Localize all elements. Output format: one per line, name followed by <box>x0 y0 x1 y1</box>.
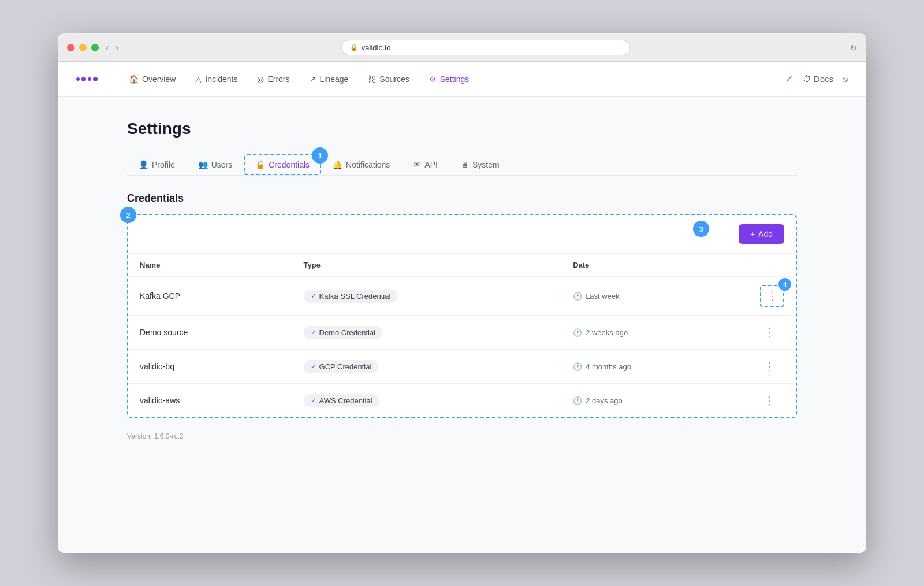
table-row: Demo source ✓ Demo Credential 🕐 <box>128 316 796 350</box>
row-3-action: ⋮ <box>748 350 796 384</box>
tab-users[interactable]: 👥 Users <box>187 154 244 176</box>
lock-icon: 🔒 <box>350 44 358 51</box>
docs-label: Docs <box>814 74 833 84</box>
system-icon: 🖥 <box>461 160 469 169</box>
close-button[interactable] <box>67 44 74 51</box>
table-row: validio-aws ✓ AWS Credential 🕐 <box>128 384 796 418</box>
row-4-type: ✓ AWS Credential <box>292 384 562 418</box>
type-badge: ✓ GCP Credential <box>304 360 379 373</box>
table-row: validio-bq ✓ GCP Credential 🕐 <box>128 350 796 384</box>
tab-system[interactable]: 🖥 System <box>449 154 511 176</box>
logo-dot-4 <box>93 77 98 81</box>
lineage-icon: ↗ <box>310 75 316 84</box>
check-icon: ✓ <box>311 396 316 405</box>
nav-settings[interactable]: ⚙ Settings <box>421 70 478 88</box>
docs-icon: ⏱ <box>803 74 811 84</box>
nav-arrows: ‹ › <box>103 40 121 55</box>
notifications-icon: 🔔 <box>333 160 342 169</box>
incidents-icon: △ <box>195 75 202 84</box>
app-content: 🏠 Overview △ Incidents ◎ Errors ↗ Lineag… <box>58 62 866 553</box>
col-actions <box>748 254 796 277</box>
row-3-menu-button[interactable]: ⋮ <box>760 358 780 375</box>
minimize-button[interactable] <box>79 44 87 51</box>
main-content: Settings 👤 Profile 👥 Users 🔒 Credentials <box>58 97 866 463</box>
step-badge-3: 3 <box>693 221 709 237</box>
check-icon: ✓ <box>311 328 316 336</box>
logo-dot-2 <box>81 77 86 81</box>
credentials-container: 2 3 + Add <box>127 214 797 418</box>
nav-settings-label: Settings <box>440 75 470 84</box>
sources-icon: ⛓ <box>368 75 376 84</box>
version-text: Version: 1.6.0-rc.2 <box>127 432 797 440</box>
row-2-date: 🕐 2 weeks ago <box>561 316 748 350</box>
maximize-button[interactable] <box>91 44 99 51</box>
row-3-type: ✓ GCP Credential <box>292 350 562 384</box>
nav-errors[interactable]: ◎ Errors <box>249 70 297 88</box>
row-4-name: validio-aws <box>128 384 292 418</box>
home-icon: 🏠 <box>129 75 139 84</box>
row-3-date: 🕐 4 months ago <box>561 350 748 384</box>
credentials-table: Name ↑ Type Date <box>128 254 796 417</box>
nav-incidents[interactable]: △ Incidents <box>187 70 245 88</box>
row-2-menu-button[interactable]: ⋮ <box>760 324 780 341</box>
browser-window: ‹ › 🔒 validio.io ↻ 🏠 <box>58 33 866 553</box>
row-2-name: Demo source <box>128 316 292 350</box>
section-title: Credentials <box>127 192 797 205</box>
type-badge: ✓ AWS Credential <box>304 394 379 407</box>
logo-dot-1 <box>76 77 80 81</box>
api-icon: 👁 <box>413 160 421 169</box>
add-credential-button[interactable]: + Add <box>739 224 784 244</box>
tab-notifications-label: Notifications <box>346 160 390 169</box>
row-4-menu-button[interactable]: ⋮ <box>760 392 780 409</box>
reload-button[interactable]: ↻ <box>850 43 857 53</box>
tab-profile-label: Profile <box>152 160 175 169</box>
nav-links: 🏠 Overview △ Incidents ◎ Errors ↗ Lineag… <box>121 70 785 88</box>
address-bar[interactable]: 🔒 validio.io <box>341 40 630 55</box>
forward-button[interactable]: › <box>113 40 121 55</box>
step-badge-4: 4 <box>778 278 791 291</box>
add-label: Add <box>758 229 773 239</box>
plus-icon: + <box>750 229 755 239</box>
nav-sources[interactable]: ⛓ Sources <box>360 70 417 88</box>
clock-icon: 🕐 <box>573 362 582 371</box>
step-badge-2: 2 <box>120 207 136 223</box>
check-icon: ✓ <box>785 73 793 86</box>
tab-api-label: API <box>424 160 438 169</box>
type-badge: ✓ Kafka SSL Credential <box>304 290 398 303</box>
nav-incidents-label: Incidents <box>205 75 237 84</box>
add-btn-area: 3 + Add <box>128 215 796 254</box>
row-4-date: 🕐 2 days ago <box>561 384 748 418</box>
page-title: Settings <box>127 120 797 138</box>
tab-system-label: System <box>472 160 500 169</box>
nav-lineage[interactable]: ↗ Lineage <box>301 70 357 88</box>
app-logo <box>76 77 98 81</box>
logout-button[interactable]: ⎋ <box>843 74 848 84</box>
tab-api[interactable]: 👁 API <box>401 154 449 176</box>
check-icon: ✓ <box>311 362 316 370</box>
tab-credentials-label: Credentials <box>269 160 310 169</box>
tab-credentials[interactable]: 🔒 Credentials <box>244 154 321 175</box>
row-2-type: ✓ Demo Credential <box>292 316 562 350</box>
row-2-action: ⋮ <box>748 316 796 350</box>
col-type: Type <box>292 254 562 277</box>
clock-icon: 🕐 <box>573 396 582 405</box>
row-1-menu-button[interactable]: ⋮ <box>762 287 782 305</box>
row-1-name: Kafka GCP <box>128 277 292 316</box>
docs-button[interactable]: ⏱ Docs <box>803 74 833 84</box>
check-icon: ✓ <box>311 292 316 300</box>
profile-icon: 👤 <box>139 160 148 169</box>
settings-icon: ⚙ <box>429 75 437 84</box>
sort-icon: ↑ <box>163 262 167 269</box>
row-1-type: ✓ Kafka SSL Credential <box>292 277 562 316</box>
check-status-button[interactable]: ✓ <box>785 73 793 86</box>
errors-icon: ◎ <box>257 75 264 84</box>
back-button[interactable]: ‹ <box>103 40 111 55</box>
row-3-name: validio-bq <box>128 350 292 384</box>
nav-lineage-label: Lineage <box>320 75 349 84</box>
nav-right: ✓ ⏱ Docs ⎋ <box>785 73 848 86</box>
tab-profile[interactable]: 👤 Profile <box>127 154 187 176</box>
nav-overview[interactable]: 🏠 Overview <box>121 70 184 88</box>
nav-overview-label: Overview <box>142 75 176 84</box>
browser-chrome: ‹ › 🔒 validio.io ↻ <box>58 33 866 62</box>
tab-notifications[interactable]: 🔔 Notifications <box>321 154 401 176</box>
